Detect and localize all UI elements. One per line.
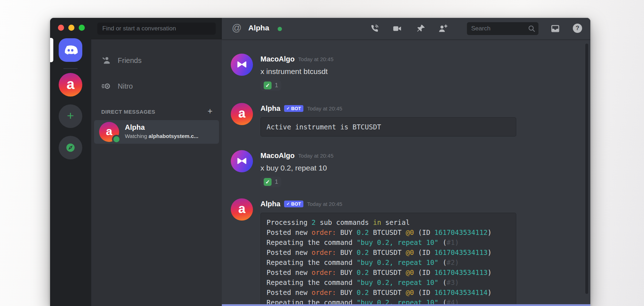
alpha-server-button[interactable]: a [59, 73, 82, 97]
chat-scrollbar[interactable] [585, 44, 588, 294]
find-conversation-button[interactable]: Find or start a conversation [97, 23, 216, 35]
code-segment: #1) [447, 238, 459, 246]
code-segment: Repeating the command [267, 238, 357, 246]
code-segment: order: [312, 268, 336, 276]
code-segment: BUY [336, 288, 356, 296]
message-author[interactable]: MacoAlgo [260, 152, 295, 160]
alpha-avatar[interactable]: a [231, 198, 253, 221]
bowtie-logo-icon [235, 156, 248, 167]
code-segment: 1617043534112 [434, 228, 488, 236]
alpha-logo-icon: a [106, 125, 112, 137]
code-segment: order: [312, 288, 336, 296]
dm-name: Alpha [125, 123, 145, 132]
message-text: x buy 0.2, repeat 10 [260, 163, 576, 173]
direct-messages-header[interactable]: DIRECT MESSAGES [101, 109, 155, 115]
message-author[interactable]: MacoAlgo [260, 55, 295, 63]
dm-activity: Watching alphabotsystem.c... [125, 133, 214, 139]
code-segment: #3) [447, 278, 459, 286]
bot-badge: ✓BOT [284, 105, 304, 112]
plus-icon: + [67, 109, 74, 122]
code-segment: Active instrument is BTCUSDT [267, 123, 381, 131]
macoalgo-avatar[interactable] [231, 54, 253, 76]
pinned-messages-button[interactable] [416, 24, 426, 33]
code-block: Processing 2 sub commands in serial Post… [260, 213, 516, 306]
alpha-avatar[interactable]: a [231, 103, 253, 125]
online-status-dot [112, 135, 121, 144]
code-segment: (ID [414, 268, 434, 276]
message-header: MacoAlgoToday at 20:45 [260, 150, 576, 161]
reaction-pill[interactable]: ✓1 [260, 177, 281, 187]
online-status-dot [278, 27, 282, 31]
code-segment: #2) [447, 258, 459, 266]
selected-server-pill [50, 38, 53, 62]
code-segment: @0 [406, 288, 414, 296]
white-check-mark-emoji: ✓ [264, 178, 272, 186]
video-call-button[interactable] [392, 24, 402, 33]
message-timestamp: Today at 20:45 [298, 56, 333, 62]
code-segment: ) [488, 248, 492, 256]
inbox-button[interactable] [551, 24, 560, 33]
chat-message: aAlpha✓BOTToday at 20:45Active instrumen… [222, 103, 590, 137]
alpha-logo-icon: a [238, 202, 245, 215]
activity-app: alphabotsystem.c... [148, 133, 198, 139]
message-author[interactable]: Alpha [260, 104, 280, 113]
code-segment: 0.2 [357, 228, 369, 236]
code-segment: order: [312, 228, 336, 236]
code-segment: @0 [406, 268, 414, 276]
chat-title: Alpha [248, 24, 269, 32]
voice-call-button[interactable] [370, 24, 379, 33]
code-block: Active instrument is BTCUSDT [260, 117, 516, 137]
code-segment: (ID [414, 288, 434, 296]
macoalgo-avatar[interactable] [231, 150, 253, 172]
question-mark-icon: ? [576, 25, 579, 31]
help-button[interactable]: ? [573, 24, 582, 33]
code-segment: "buy 0.2, repeat 10" [357, 278, 439, 286]
explore-servers-button[interactable] [59, 136, 82, 159]
code-segment: @0 [406, 248, 414, 256]
sidebar-item-nitro[interactable]: Nitro [96, 78, 217, 94]
message-content: MacoAlgoToday at 20:45x buy 0.2, repeat … [260, 150, 590, 187]
message-timestamp: Today at 20:45 [307, 201, 342, 207]
discord-window: a + Find or start a conversation [50, 18, 590, 306]
minimize-window-button[interactable] [68, 25, 74, 31]
rail-divider [63, 68, 78, 69]
bot-badge: ✓BOT [284, 201, 304, 207]
code-segment: 0.2 [357, 288, 369, 296]
code-segment: ) [488, 228, 492, 236]
chat-message: aAlpha✓BOTToday at 20:45Processing 2 sub… [222, 198, 590, 306]
code-segment: BUY [336, 268, 356, 276]
code-segment: BTCUSDT [369, 288, 406, 296]
discord-logo-icon [63, 44, 78, 56]
sidebar-item-label: Nitro [118, 82, 133, 90]
code-segment: Posted new [267, 248, 312, 256]
code-segment: "buy 0.2, repeat 10" [357, 258, 439, 266]
bowtie-logo-icon [235, 59, 248, 70]
message-header: MacoAlgoToday at 20:45 [260, 54, 576, 64]
message-text: x instrument btcusdt [260, 66, 576, 76]
zoom-window-button[interactable] [79, 25, 85, 31]
chat-area: @ Alpha [222, 18, 590, 306]
at-sign-icon: @ [232, 23, 241, 34]
code-segment: Repeating the command [267, 258, 357, 266]
bot-label: BOT [291, 106, 301, 111]
close-window-button[interactable] [58, 25, 64, 31]
dm-item-alpha[interactable]: a Alpha Watching alphabotsystem.c... [94, 120, 219, 144]
add-server-button[interactable]: + [59, 104, 82, 128]
sidebar-item-friends[interactable]: Friends [96, 52, 217, 69]
add-friends-to-dm-button[interactable] [438, 24, 447, 33]
code-segment: ( [438, 238, 447, 246]
discord-home-button[interactable] [59, 38, 82, 62]
reaction-pill[interactable]: ✓1 [260, 80, 281, 91]
create-dm-button[interactable]: + [208, 106, 213, 116]
search-input[interactable]: Search [467, 22, 538, 35]
alpha-logo-icon: a [67, 77, 74, 91]
sidebar-item-label: Friends [118, 56, 142, 65]
message-author[interactable]: Alpha [260, 200, 280, 208]
chat-message: MacoAlgoToday at 20:45x instrument btcus… [222, 54, 590, 91]
code-segment: ) [488, 288, 492, 296]
code-segment: 1617043534113 [434, 248, 488, 256]
code-segment: ( [438, 258, 447, 266]
code-segment: (ID [414, 248, 434, 256]
code-segment: Posted new [267, 268, 312, 276]
sidebar-header: Find or start a conversation [91, 18, 222, 39]
